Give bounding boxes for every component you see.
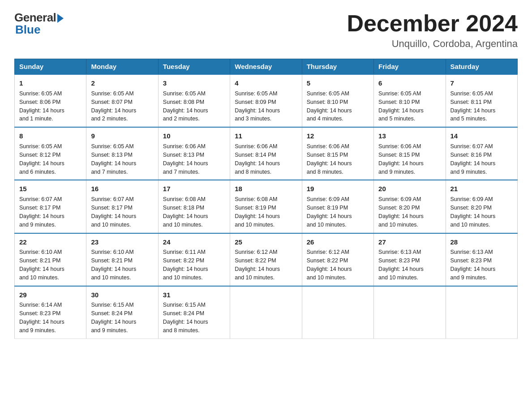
column-header-sunday: Sunday	[15, 59, 86, 75]
day-info: Sunrise: 6:09 AMSunset: 8:19 PMDaylight:…	[307, 196, 352, 228]
column-header-saturday: Saturday	[446, 59, 517, 75]
day-number: 28	[450, 237, 513, 247]
day-info: Sunrise: 6:05 AMSunset: 8:10 PMDaylight:…	[307, 90, 352, 122]
day-info: Sunrise: 6:05 AMSunset: 8:12 PMDaylight:…	[19, 143, 64, 175]
day-number: 9	[91, 131, 153, 141]
calendar-cell: 7Sunrise: 6:05 AMSunset: 8:11 PMDaylight…	[446, 74, 517, 127]
day-info: Sunrise: 6:05 AMSunset: 8:13 PMDaylight:…	[91, 143, 136, 175]
day-number: 15	[19, 184, 82, 194]
day-number: 5	[307, 78, 369, 88]
day-number: 18	[235, 184, 297, 194]
calendar-cell: 27Sunrise: 6:13 AMSunset: 8:23 PMDayligh…	[374, 233, 446, 286]
calendar-cell: 30Sunrise: 6:15 AMSunset: 8:24 PMDayligh…	[86, 286, 158, 339]
day-info: Sunrise: 6:07 AMSunset: 8:17 PMDaylight:…	[19, 196, 64, 228]
calendar-cell: 31Sunrise: 6:15 AMSunset: 8:24 PMDayligh…	[158, 286, 230, 339]
calendar-cell: 16Sunrise: 6:07 AMSunset: 8:17 PMDayligh…	[86, 180, 158, 233]
calendar-week-row: 22Sunrise: 6:10 AMSunset: 8:21 PMDayligh…	[15, 233, 518, 286]
logo-blue-text: Blue	[15, 23, 40, 37]
day-info: Sunrise: 6:08 AMSunset: 8:19 PMDaylight:…	[235, 196, 280, 228]
day-number: 19	[307, 184, 369, 194]
day-info: Sunrise: 6:09 AMSunset: 8:20 PMDaylight:…	[450, 196, 496, 228]
calendar-cell: 8Sunrise: 6:05 AMSunset: 8:12 PMDaylight…	[15, 127, 86, 180]
day-info: Sunrise: 6:05 AMSunset: 8:06 PMDaylight:…	[19, 90, 64, 122]
calendar-header-row: SundayMondayTuesdayWednesdayThursdayFrid…	[15, 59, 518, 75]
calendar-cell: 9Sunrise: 6:05 AMSunset: 8:13 PMDaylight…	[86, 127, 158, 180]
day-info: Sunrise: 6:09 AMSunset: 8:20 PMDaylight:…	[378, 196, 424, 228]
calendar-cell: 22Sunrise: 6:10 AMSunset: 8:21 PMDayligh…	[15, 233, 86, 286]
day-number: 29	[19, 290, 82, 300]
calendar-cell: 15Sunrise: 6:07 AMSunset: 8:17 PMDayligh…	[15, 180, 86, 233]
day-number: 26	[307, 237, 369, 247]
day-number: 22	[19, 237, 82, 247]
day-info: Sunrise: 6:05 AMSunset: 8:09 PMDaylight:…	[235, 90, 280, 122]
calendar-cell: 10Sunrise: 6:06 AMSunset: 8:13 PMDayligh…	[158, 127, 230, 180]
day-info: Sunrise: 6:05 AMSunset: 8:10 PMDaylight:…	[378, 90, 424, 122]
day-number: 6	[378, 78, 441, 88]
day-number: 2	[91, 78, 153, 88]
day-info: Sunrise: 6:11 AMSunset: 8:22 PMDaylight:…	[163, 249, 208, 281]
day-number: 14	[450, 131, 513, 141]
day-info: Sunrise: 6:12 AMSunset: 8:22 PMDaylight:…	[307, 249, 352, 281]
day-number: 10	[163, 131, 225, 141]
title-block: December 2024 Unquillo, Cordoba, Argenti…	[347, 11, 518, 50]
calendar-cell	[446, 286, 517, 339]
calendar-cell	[302, 286, 373, 339]
day-number: 1	[19, 78, 82, 88]
calendar-cell: 21Sunrise: 6:09 AMSunset: 8:20 PMDayligh…	[446, 180, 517, 233]
day-number: 27	[378, 237, 441, 247]
calendar-cell: 24Sunrise: 6:11 AMSunset: 8:22 PMDayligh…	[158, 233, 230, 286]
calendar-cell: 3Sunrise: 6:05 AMSunset: 8:08 PMDaylight…	[158, 74, 230, 127]
column-header-wednesday: Wednesday	[230, 59, 302, 75]
calendar-cell: 14Sunrise: 6:07 AMSunset: 8:16 PMDayligh…	[446, 127, 517, 180]
day-info: Sunrise: 6:06 AMSunset: 8:14 PMDaylight:…	[235, 143, 280, 175]
day-number: 12	[307, 131, 369, 141]
column-header-tuesday: Tuesday	[158, 59, 230, 75]
column-header-thursday: Thursday	[302, 59, 373, 75]
calendar-cell: 6Sunrise: 6:05 AMSunset: 8:10 PMDaylight…	[374, 74, 446, 127]
day-info: Sunrise: 6:08 AMSunset: 8:18 PMDaylight:…	[163, 196, 208, 228]
column-header-monday: Monday	[86, 59, 158, 75]
day-number: 24	[163, 237, 225, 247]
day-info: Sunrise: 6:07 AMSunset: 8:16 PMDaylight:…	[450, 143, 496, 175]
calendar-cell: 2Sunrise: 6:05 AMSunset: 8:07 PMDaylight…	[86, 74, 158, 127]
day-number: 8	[19, 131, 82, 141]
day-number: 3	[163, 78, 225, 88]
calendar-cell	[374, 286, 446, 339]
day-info: Sunrise: 6:14 AMSunset: 8:23 PMDaylight:…	[19, 302, 64, 334]
calendar-cell: 25Sunrise: 6:12 AMSunset: 8:22 PMDayligh…	[230, 233, 302, 286]
calendar-week-row: 8Sunrise: 6:05 AMSunset: 8:12 PMDaylight…	[15, 127, 518, 180]
page-header: General Blue December 2024 Unquillo, Cor…	[14, 11, 518, 50]
day-number: 23	[91, 237, 153, 247]
calendar-cell: 13Sunrise: 6:06 AMSunset: 8:15 PMDayligh…	[374, 127, 446, 180]
calendar-week-row: 1Sunrise: 6:05 AMSunset: 8:06 PMDaylight…	[15, 74, 518, 127]
day-info: Sunrise: 6:06 AMSunset: 8:15 PMDaylight:…	[307, 143, 352, 175]
calendar-cell: 23Sunrise: 6:10 AMSunset: 8:21 PMDayligh…	[86, 233, 158, 286]
day-info: Sunrise: 6:05 AMSunset: 8:11 PMDaylight:…	[450, 90, 496, 122]
calendar-cell: 4Sunrise: 6:05 AMSunset: 8:09 PMDaylight…	[230, 74, 302, 127]
calendar-cell: 19Sunrise: 6:09 AMSunset: 8:19 PMDayligh…	[302, 180, 373, 233]
day-info: Sunrise: 6:15 AMSunset: 8:24 PMDaylight:…	[91, 302, 136, 334]
day-info: Sunrise: 6:05 AMSunset: 8:08 PMDaylight:…	[163, 90, 208, 122]
day-number: 31	[163, 290, 225, 300]
day-number: 7	[450, 78, 513, 88]
day-number: 25	[235, 237, 297, 247]
day-info: Sunrise: 6:06 AMSunset: 8:15 PMDaylight:…	[378, 143, 424, 175]
calendar-cell: 18Sunrise: 6:08 AMSunset: 8:19 PMDayligh…	[230, 180, 302, 233]
day-number: 13	[378, 131, 441, 141]
day-info: Sunrise: 6:05 AMSunset: 8:07 PMDaylight:…	[91, 90, 136, 122]
calendar-week-row: 29Sunrise: 6:14 AMSunset: 8:23 PMDayligh…	[15, 286, 518, 339]
day-info: Sunrise: 6:10 AMSunset: 8:21 PMDaylight:…	[91, 249, 136, 281]
day-info: Sunrise: 6:10 AMSunset: 8:21 PMDaylight:…	[19, 249, 64, 281]
day-number: 16	[91, 184, 153, 194]
calendar-cell: 12Sunrise: 6:06 AMSunset: 8:15 PMDayligh…	[302, 127, 373, 180]
calendar-cell: 1Sunrise: 6:05 AMSunset: 8:06 PMDaylight…	[15, 74, 86, 127]
day-info: Sunrise: 6:06 AMSunset: 8:13 PMDaylight:…	[163, 143, 208, 175]
calendar-table: SundayMondayTuesdayWednesdayThursdayFrid…	[14, 59, 518, 339]
day-number: 30	[91, 290, 153, 300]
day-info: Sunrise: 6:13 AMSunset: 8:23 PMDaylight:…	[378, 249, 424, 281]
calendar-cell: 20Sunrise: 6:09 AMSunset: 8:20 PMDayligh…	[374, 180, 446, 233]
calendar-week-row: 15Sunrise: 6:07 AMSunset: 8:17 PMDayligh…	[15, 180, 518, 233]
calendar-cell: 5Sunrise: 6:05 AMSunset: 8:10 PMDaylight…	[302, 74, 373, 127]
calendar-cell: 26Sunrise: 6:12 AMSunset: 8:22 PMDayligh…	[302, 233, 373, 286]
day-number: 20	[378, 184, 441, 194]
